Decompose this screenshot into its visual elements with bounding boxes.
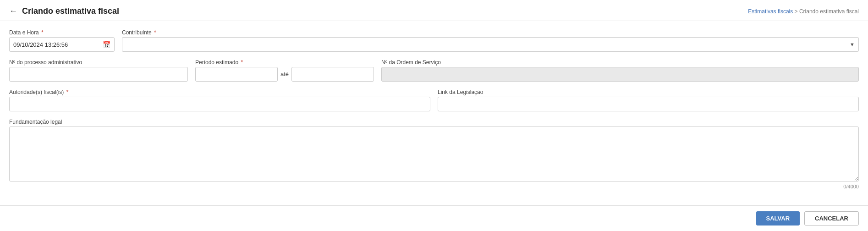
- required-star-autoridades: *: [65, 89, 68, 95]
- footer-bar: SALVAR CANCELAR: [0, 205, 868, 231]
- required-star-periodo: *: [239, 59, 243, 66]
- periodo-end-wrapper: 📅: [291, 67, 374, 82]
- label-processo-admin: Nº do processo administrativo: [9, 59, 188, 66]
- data-hora-input-wrapper: 📅: [9, 37, 115, 52]
- form-row-1: Data e Hora * 📅 Contribuinte * ▼: [9, 29, 859, 52]
- group-periodo-estimado: Período estimado * 📅 até 📅: [195, 59, 374, 82]
- save-button[interactable]: SALVAR: [756, 211, 800, 226]
- page-title: Criando estimativa fiscal: [22, 6, 119, 16]
- group-fundamentacao: Fundamentação legal 0/4000: [9, 119, 859, 189]
- label-fundamentacao: Fundamentação legal: [9, 119, 859, 125]
- fundamentacao-textarea[interactable]: [9, 126, 859, 182]
- ate-label: até: [278, 67, 291, 82]
- back-arrow-icon[interactable]: ←: [9, 6, 17, 16]
- form-area: Data e Hora * 📅 Contribuinte * ▼: [0, 21, 868, 205]
- processo-admin-input[interactable]: [9, 67, 188, 82]
- form-row-4: Fundamentação legal 0/4000: [9, 119, 859, 189]
- group-processo-admin: Nº do processo administrativo: [9, 59, 188, 82]
- autoridades-input[interactable]: [9, 97, 430, 111]
- required-star-contribuinte: *: [153, 29, 156, 36]
- group-ordem-servico: Nº da Ordem de Serviço: [381, 59, 859, 82]
- ordem-servico-input: [381, 67, 859, 82]
- breadcrumb-current: Criando estimativa fiscal: [799, 8, 859, 15]
- data-hora-input[interactable]: [10, 38, 99, 51]
- group-autoridades: Autoridade(s) fiscal(is) *: [9, 89, 430, 111]
- periodo-inputs: 📅 até 📅: [195, 67, 374, 82]
- label-ordem-servico: Nº da Ordem de Serviço: [381, 59, 859, 66]
- label-data-hora: Data e Hora *: [9, 29, 115, 36]
- label-link-legislacao: Link da Legislação: [438, 89, 859, 95]
- periodo-start-wrapper: 📅: [195, 67, 278, 82]
- breadcrumb-link[interactable]: Estimativas fiscais: [748, 8, 793, 15]
- calendar-icon-data[interactable]: 📅: [99, 38, 114, 51]
- link-legislacao-input[interactable]: [438, 97, 859, 111]
- contribuinte-select[interactable]: [122, 38, 858, 51]
- breadcrumb: Estimativas fiscais > Criando estimativa…: [748, 8, 859, 15]
- header-bar: ← Criando estimativa fiscal Estimativas …: [0, 0, 868, 21]
- label-autoridades: Autoridade(s) fiscal(is) *: [9, 89, 430, 95]
- header-left: ← Criando estimativa fiscal: [9, 6, 119, 16]
- label-contribuinte: Contribuinte *: [122, 29, 859, 36]
- periodo-start-input[interactable]: [196, 67, 278, 81]
- group-data-hora: Data e Hora * 📅: [9, 29, 115, 52]
- contribuinte-select-wrapper: ▼: [122, 37, 859, 52]
- cancel-button[interactable]: CANCELAR: [804, 211, 859, 226]
- group-link-legislacao: Link da Legislação: [438, 89, 859, 111]
- periodo-end-input[interactable]: [292, 67, 374, 81]
- char-count: 0/4000: [9, 184, 859, 189]
- breadcrumb-separator: >: [795, 8, 799, 15]
- label-periodo-estimado: Período estimado *: [195, 59, 374, 66]
- required-star: *: [40, 29, 44, 36]
- group-contribuinte: Contribuinte * ▼: [122, 29, 859, 52]
- form-row-3: Autoridade(s) fiscal(is) * Link da Legis…: [9, 89, 859, 111]
- form-row-2: Nº do processo administrativo Período es…: [9, 59, 859, 82]
